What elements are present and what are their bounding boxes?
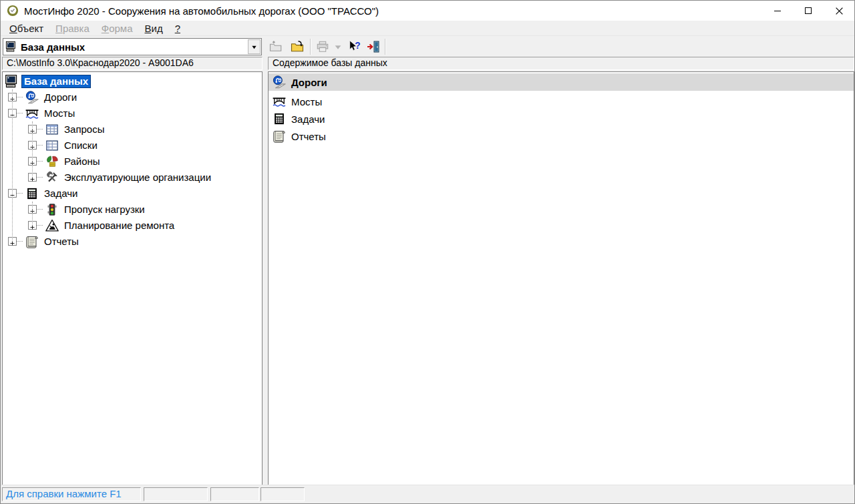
- list-item-label-roads: Дороги: [291, 77, 327, 88]
- tree-connector-line: [17, 97, 23, 98]
- tree-item-label-lists[interactable]: Списки: [62, 140, 100, 152]
- tree-item-districts[interactable]: Районы: [3, 154, 262, 170]
- content-panel: ДорогиМостыЗадачиОтчеты: [268, 71, 854, 485]
- menu-item-object[interactable]: Объект: [3, 22, 49, 35]
- bridge-icon: [271, 95, 288, 108]
- open-database-button[interactable]: [289, 38, 306, 55]
- minimize-button[interactable]: [762, 1, 793, 21]
- computer-icon: [5, 74, 19, 89]
- left-panel-header: C:\MostInfo 3.0\Краснодар2020 - A9001DA6: [2, 57, 263, 70]
- open-folder-icon: [291, 40, 304, 53]
- scroll-icon: [25, 235, 39, 248]
- status-help-text: Для справки нажмите F1: [2, 487, 141, 501]
- dropdown-icon: [331, 40, 345, 53]
- calculator-icon: [25, 187, 39, 200]
- menu-item-form: Форма: [96, 22, 139, 35]
- bridge-icon: [24, 106, 40, 121]
- app-logo-slot: [6, 4, 19, 17]
- exit-button[interactable]: [365, 38, 382, 55]
- bridge-icon: [273, 95, 286, 108]
- bridge-icon: [25, 107, 39, 120]
- close-icon: [835, 7, 844, 15]
- road-sign-icon: [25, 91, 39, 104]
- menu-item-view[interactable]: Вид: [139, 22, 169, 35]
- chevron-down-icon: [251, 44, 257, 50]
- status-panel-4: [261, 487, 305, 501]
- table-list-icon: [45, 139, 59, 152]
- tree-item-lists[interactable]: Списки: [3, 138, 262, 154]
- table-query-icon: [45, 123, 59, 136]
- window-controls: [762, 1, 854, 21]
- menu-item-help[interactable]: ?: [169, 22, 186, 35]
- menu-item-edit: Правка: [49, 22, 96, 35]
- database-contents-list: ДорогиМостыЗадачиОтчеты: [269, 72, 854, 145]
- help-cursor-icon: ?: [348, 40, 361, 53]
- roadworks-icon: [45, 219, 59, 232]
- computer-icon: [5, 41, 17, 53]
- table-query-icon: [44, 122, 60, 137]
- scroll-icon: [24, 234, 40, 249]
- tree-item-label-operating-orgs[interactable]: Эксплуатирующие организации: [62, 172, 213, 184]
- tree-item-tasks[interactable]: Задачи: [3, 186, 262, 202]
- tree-item-operating-orgs[interactable]: Эксплуатирующие организации: [3, 170, 262, 186]
- tree-item-label-districts[interactable]: Районы: [62, 156, 102, 168]
- combo-value: База данных: [21, 41, 248, 53]
- status-panel-2: [144, 487, 208, 501]
- roadworks-icon: [44, 218, 60, 233]
- tree-item-label-roads[interactable]: Дороги: [42, 91, 79, 103]
- tools-icon: [45, 171, 59, 184]
- list-item-tasks[interactable]: Задачи: [269, 110, 854, 128]
- tree-item-load-passage[interactable]: Пропуск нагрузки: [3, 202, 262, 218]
- maximize-icon: [804, 7, 812, 15]
- road-sign-icon: [271, 75, 288, 89]
- tree-guide-line: [32, 202, 33, 226]
- close-button[interactable]: [824, 1, 854, 21]
- toolbar-separator: [385, 39, 386, 55]
- tree-panel: База данныхДорогиМостыЗапросыСпискиРайон…: [2, 71, 263, 485]
- context-help-button[interactable]: ?: [346, 38, 363, 55]
- tree-item-label-bridges[interactable]: Мосты: [42, 107, 77, 119]
- list-item-reports[interactable]: Отчеты: [269, 128, 854, 145]
- list-item-label-bridges: Мосты: [291, 96, 322, 107]
- tree-connector-line: [37, 129, 43, 130]
- svg-text:?: ?: [355, 41, 360, 51]
- pie-icon: [44, 154, 60, 169]
- tree-item-bridges[interactable]: Мосты: [3, 105, 262, 121]
- tree-connector-line: [17, 241, 23, 242]
- list-item-bridges[interactable]: Мосты: [269, 93, 854, 110]
- tree-connector-line: [37, 177, 43, 178]
- exit-door-icon: [367, 40, 380, 53]
- tree-item-label-repair-planning[interactable]: Планирование ремонта: [62, 220, 176, 232]
- road-sign-icon: [273, 75, 286, 89]
- tree-item-repair-planning[interactable]: Планирование ремонта: [3, 218, 262, 234]
- title-bar: МостИнфо 2020 - Сооружения на автомобиль…: [1, 1, 854, 21]
- tree-connector-line: [17, 193, 23, 194]
- maximize-button[interactable]: [793, 1, 824, 21]
- tree-item-label-queries[interactable]: Запросы: [62, 123, 107, 136]
- tree-connector-line: [17, 113, 23, 114]
- combo-icon-slot: [5, 41, 17, 53]
- combo-dropdown-button[interactable]: [248, 39, 261, 54]
- tree-guide-line: [12, 89, 13, 242]
- road-sign-icon: [24, 90, 40, 105]
- status-bar: Для справки нажмите F1: [1, 485, 854, 503]
- app-logo-icon: [7, 5, 19, 17]
- list-item-roads[interactable]: Дороги: [269, 73, 854, 91]
- tree-item-roads[interactable]: Дороги: [3, 89, 262, 105]
- tree-item-label-database[interactable]: База данных: [22, 75, 90, 87]
- tree-item-queries[interactable]: Запросы: [3, 121, 262, 138]
- tree-item-label-tasks[interactable]: Задачи: [42, 188, 79, 200]
- tree-item-label-load-passage[interactable]: Пропуск нагрузки: [62, 204, 147, 216]
- database-combo-box[interactable]: База данных: [3, 38, 262, 55]
- list-item-label-reports: Отчеты: [291, 131, 326, 142]
- scroll-icon: [273, 130, 286, 143]
- tree-guide-line: [32, 121, 33, 178]
- tree-item-reports[interactable]: Отчеты: [3, 234, 262, 250]
- tree-item-database[interactable]: База данных: [3, 73, 262, 89]
- tree-item-label-reports[interactable]: Отчеты: [42, 236, 81, 248]
- print-button: [314, 38, 331, 55]
- window-title: МостИнфо 2020 - Сооружения на автомобиль…: [24, 5, 379, 17]
- up-folder-icon: [269, 40, 283, 53]
- toolbar: База данных ?: [1, 35, 854, 57]
- toolbar-separator: [310, 39, 311, 55]
